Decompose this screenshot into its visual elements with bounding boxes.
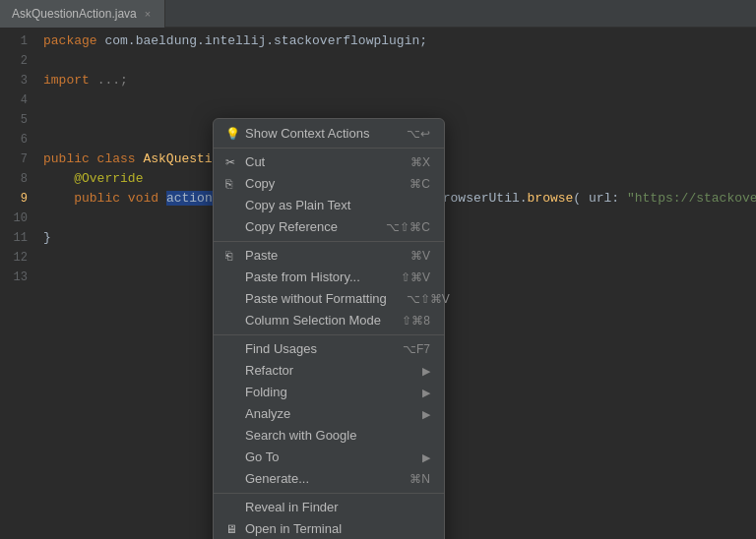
menu-item-show-context-actions[interactable]: 💡 Show Context Actions ⌥↩ [214,123,444,145]
copy-icon: ⎘ [225,174,241,194]
editor: AskQuestionAction.java × 1 2 3 4 5 6 7 8… [0,0,756,539]
goto-arrow: ▶ [422,448,430,467]
menu-item-analyze[interactable]: Analyze ▶ [214,403,444,425]
menu-item-find-usages[interactable]: Find Usages ⌥F7 [214,338,444,360]
code-line-2 [43,51,756,71]
tab-filename: AskQuestionAction.java [12,4,137,24]
paste-icon: ⎗ [225,246,241,266]
menu-item-column-selection-mode[interactable]: Column Selection Mode ⇧⌘8 [214,310,444,331]
menu-item-copy[interactable]: ⎘ Copy ⌘C [214,173,444,195]
cut-icon: ✂ [225,152,241,172]
refactor-arrow: ▶ [422,361,430,381]
menu-item-refactor[interactable]: Refactor ▶ [214,360,444,382]
menu-item-search-with-google[interactable]: Search with Google [214,425,444,447]
menu-item-cut[interactable]: ✂ Cut ⌘X [214,151,444,173]
code-line-1: package com.baeldung.intellij.stackoverf… [43,31,756,51]
code-line-4 [43,90,756,110]
folding-arrow: ▶ [422,383,430,402]
line-numbers: 1 2 3 4 5 6 7 8 9 10 11 12 13 [0,31,35,287]
separator-1 [214,148,444,149]
context-actions-icon: 💡 [225,124,241,144]
tab-bar: AskQuestionAction.java × [0,0,756,28]
editor-tab[interactable]: AskQuestionAction.java × [0,0,165,28]
tab-close-button[interactable]: × [143,4,153,24]
menu-item-paste-from-history[interactable]: Paste from History... ⇧⌘V [214,267,444,288]
menu-item-copy-as-plain-text[interactable]: Copy as Plain Text [214,195,444,216]
menu-item-reveal-in-finder[interactable]: Reveal in Finder [214,497,444,518]
menu-item-folding[interactable]: Folding ▶ [214,382,444,403]
menu-item-paste[interactable]: ⎗ Paste ⌘V [214,245,444,267]
analyze-arrow: ▶ [422,404,430,424]
separator-2 [214,241,444,242]
menu-item-go-to[interactable]: Go To ▶ [214,447,444,468]
menu-item-copy-reference[interactable]: Copy Reference ⌥⇧⌘C [214,216,444,238]
separator-3 [214,334,444,335]
code-line-3: import ...; [43,71,756,90]
menu-item-paste-without-formatting[interactable]: Paste without Formatting ⌥⇧⌘V [214,288,444,310]
menu-item-generate[interactable]: Generate... ⌘N [214,468,444,490]
menu-item-open-in-terminal[interactable]: 🖥 Open in Terminal [214,518,444,539]
context-menu: 💡 Show Context Actions ⌥↩ ✂ Cut ⌘X ⎘ Cop… [213,118,445,539]
separator-4 [214,493,444,494]
terminal-icon: 🖥 [225,519,241,539]
